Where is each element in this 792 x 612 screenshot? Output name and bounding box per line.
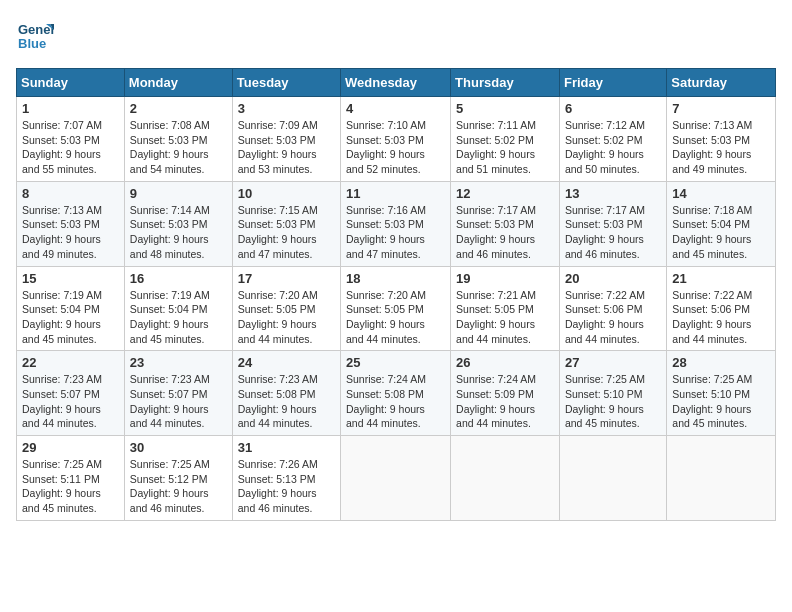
day-number: 8: [22, 186, 119, 201]
week-row-5: 29 Sunrise: 7:25 AMSunset: 5:11 PMDaylig…: [17, 436, 776, 521]
day-detail: Sunrise: 7:08 AMSunset: 5:03 PMDaylight:…: [130, 119, 210, 175]
day-number: 15: [22, 271, 119, 286]
day-number: 31: [238, 440, 335, 455]
day-detail: Sunrise: 7:17 AMSunset: 5:03 PMDaylight:…: [456, 204, 536, 260]
calendar-cell: [341, 436, 451, 521]
day-detail: Sunrise: 7:17 AMSunset: 5:03 PMDaylight:…: [565, 204, 645, 260]
calendar-cell: 4 Sunrise: 7:10 AMSunset: 5:03 PMDayligh…: [341, 97, 451, 182]
calendar-cell: 15 Sunrise: 7:19 AMSunset: 5:04 PMDaylig…: [17, 266, 125, 351]
day-detail: Sunrise: 7:24 AMSunset: 5:08 PMDaylight:…: [346, 373, 426, 429]
calendar-cell: [559, 436, 666, 521]
day-detail: Sunrise: 7:25 AMSunset: 5:12 PMDaylight:…: [130, 458, 210, 514]
day-detail: Sunrise: 7:21 AMSunset: 5:05 PMDaylight:…: [456, 289, 536, 345]
calendar-cell: 13 Sunrise: 7:17 AMSunset: 5:03 PMDaylig…: [559, 181, 666, 266]
day-number: 29: [22, 440, 119, 455]
calendar-cell: 19 Sunrise: 7:21 AMSunset: 5:05 PMDaylig…: [451, 266, 560, 351]
day-number: 21: [672, 271, 770, 286]
calendar-cell: 25 Sunrise: 7:24 AMSunset: 5:08 PMDaylig…: [341, 351, 451, 436]
calendar-cell: 6 Sunrise: 7:12 AMSunset: 5:02 PMDayligh…: [559, 97, 666, 182]
calendar-cell: 27 Sunrise: 7:25 AMSunset: 5:10 PMDaylig…: [559, 351, 666, 436]
day-number: 9: [130, 186, 227, 201]
calendar-cell: 9 Sunrise: 7:14 AMSunset: 5:03 PMDayligh…: [124, 181, 232, 266]
calendar-cell: 17 Sunrise: 7:20 AMSunset: 5:05 PMDaylig…: [232, 266, 340, 351]
day-detail: Sunrise: 7:07 AMSunset: 5:03 PMDaylight:…: [22, 119, 102, 175]
calendar-cell: 12 Sunrise: 7:17 AMSunset: 5:03 PMDaylig…: [451, 181, 560, 266]
calendar-cell: 2 Sunrise: 7:08 AMSunset: 5:03 PMDayligh…: [124, 97, 232, 182]
calendar-cell: 14 Sunrise: 7:18 AMSunset: 5:04 PMDaylig…: [667, 181, 776, 266]
day-number: 27: [565, 355, 661, 370]
calendar-cell: 1 Sunrise: 7:07 AMSunset: 5:03 PMDayligh…: [17, 97, 125, 182]
day-number: 4: [346, 101, 445, 116]
day-detail: Sunrise: 7:11 AMSunset: 5:02 PMDaylight:…: [456, 119, 536, 175]
day-number: 5: [456, 101, 554, 116]
day-number: 25: [346, 355, 445, 370]
day-number: 13: [565, 186, 661, 201]
logo-icon: General Blue: [16, 16, 54, 54]
calendar-cell: 5 Sunrise: 7:11 AMSunset: 5:02 PMDayligh…: [451, 97, 560, 182]
day-number: 7: [672, 101, 770, 116]
day-number: 6: [565, 101, 661, 116]
day-detail: Sunrise: 7:14 AMSunset: 5:03 PMDaylight:…: [130, 204, 210, 260]
calendar-cell: 18 Sunrise: 7:20 AMSunset: 5:05 PMDaylig…: [341, 266, 451, 351]
day-number: 24: [238, 355, 335, 370]
logo: General Blue: [16, 16, 54, 58]
calendar-cell: [667, 436, 776, 521]
column-header-monday: Monday: [124, 69, 232, 97]
calendar-cell: 10 Sunrise: 7:15 AMSunset: 5:03 PMDaylig…: [232, 181, 340, 266]
calendar-cell: 30 Sunrise: 7:25 AMSunset: 5:12 PMDaylig…: [124, 436, 232, 521]
day-detail: Sunrise: 7:15 AMSunset: 5:03 PMDaylight:…: [238, 204, 318, 260]
column-header-thursday: Thursday: [451, 69, 560, 97]
day-detail: Sunrise: 7:23 AMSunset: 5:07 PMDaylight:…: [22, 373, 102, 429]
column-header-sunday: Sunday: [17, 69, 125, 97]
week-row-3: 15 Sunrise: 7:19 AMSunset: 5:04 PMDaylig…: [17, 266, 776, 351]
day-detail: Sunrise: 7:20 AMSunset: 5:05 PMDaylight:…: [346, 289, 426, 345]
column-header-saturday: Saturday: [667, 69, 776, 97]
day-number: 22: [22, 355, 119, 370]
calendar-cell: 8 Sunrise: 7:13 AMSunset: 5:03 PMDayligh…: [17, 181, 125, 266]
day-detail: Sunrise: 7:09 AMSunset: 5:03 PMDaylight:…: [238, 119, 318, 175]
day-detail: Sunrise: 7:23 AMSunset: 5:07 PMDaylight:…: [130, 373, 210, 429]
calendar-cell: 31 Sunrise: 7:26 AMSunset: 5:13 PMDaylig…: [232, 436, 340, 521]
day-detail: Sunrise: 7:19 AMSunset: 5:04 PMDaylight:…: [130, 289, 210, 345]
calendar-cell: 20 Sunrise: 7:22 AMSunset: 5:06 PMDaylig…: [559, 266, 666, 351]
day-detail: Sunrise: 7:13 AMSunset: 5:03 PMDaylight:…: [672, 119, 752, 175]
calendar-table: SundayMondayTuesdayWednesdayThursdayFrid…: [16, 68, 776, 521]
day-number: 23: [130, 355, 227, 370]
day-detail: Sunrise: 7:12 AMSunset: 5:02 PMDaylight:…: [565, 119, 645, 175]
day-detail: Sunrise: 7:19 AMSunset: 5:04 PMDaylight:…: [22, 289, 102, 345]
calendar-cell: [451, 436, 560, 521]
week-row-1: 1 Sunrise: 7:07 AMSunset: 5:03 PMDayligh…: [17, 97, 776, 182]
day-number: 30: [130, 440, 227, 455]
day-detail: Sunrise: 7:25 AMSunset: 5:10 PMDaylight:…: [565, 373, 645, 429]
day-detail: Sunrise: 7:23 AMSunset: 5:08 PMDaylight:…: [238, 373, 318, 429]
calendar-cell: 7 Sunrise: 7:13 AMSunset: 5:03 PMDayligh…: [667, 97, 776, 182]
calendar-cell: 21 Sunrise: 7:22 AMSunset: 5:06 PMDaylig…: [667, 266, 776, 351]
calendar-cell: 24 Sunrise: 7:23 AMSunset: 5:08 PMDaylig…: [232, 351, 340, 436]
week-row-4: 22 Sunrise: 7:23 AMSunset: 5:07 PMDaylig…: [17, 351, 776, 436]
day-number: 3: [238, 101, 335, 116]
day-number: 2: [130, 101, 227, 116]
calendar-header-row: SundayMondayTuesdayWednesdayThursdayFrid…: [17, 69, 776, 97]
day-detail: Sunrise: 7:25 AMSunset: 5:10 PMDaylight:…: [672, 373, 752, 429]
svg-text:Blue: Blue: [18, 36, 46, 51]
day-detail: Sunrise: 7:10 AMSunset: 5:03 PMDaylight:…: [346, 119, 426, 175]
day-number: 17: [238, 271, 335, 286]
day-number: 18: [346, 271, 445, 286]
calendar-cell: 3 Sunrise: 7:09 AMSunset: 5:03 PMDayligh…: [232, 97, 340, 182]
day-detail: Sunrise: 7:20 AMSunset: 5:05 PMDaylight:…: [238, 289, 318, 345]
calendar-cell: 28 Sunrise: 7:25 AMSunset: 5:10 PMDaylig…: [667, 351, 776, 436]
top-bar: General Blue: [16, 16, 776, 62]
column-header-wednesday: Wednesday: [341, 69, 451, 97]
day-number: 16: [130, 271, 227, 286]
day-number: 26: [456, 355, 554, 370]
day-detail: Sunrise: 7:25 AMSunset: 5:11 PMDaylight:…: [22, 458, 102, 514]
calendar-cell: 29 Sunrise: 7:25 AMSunset: 5:11 PMDaylig…: [17, 436, 125, 521]
day-number: 10: [238, 186, 335, 201]
day-number: 14: [672, 186, 770, 201]
day-number: 11: [346, 186, 445, 201]
day-detail: Sunrise: 7:22 AMSunset: 5:06 PMDaylight:…: [672, 289, 752, 345]
calendar-cell: 26 Sunrise: 7:24 AMSunset: 5:09 PMDaylig…: [451, 351, 560, 436]
week-row-2: 8 Sunrise: 7:13 AMSunset: 5:03 PMDayligh…: [17, 181, 776, 266]
day-detail: Sunrise: 7:16 AMSunset: 5:03 PMDaylight:…: [346, 204, 426, 260]
calendar-cell: 11 Sunrise: 7:16 AMSunset: 5:03 PMDaylig…: [341, 181, 451, 266]
